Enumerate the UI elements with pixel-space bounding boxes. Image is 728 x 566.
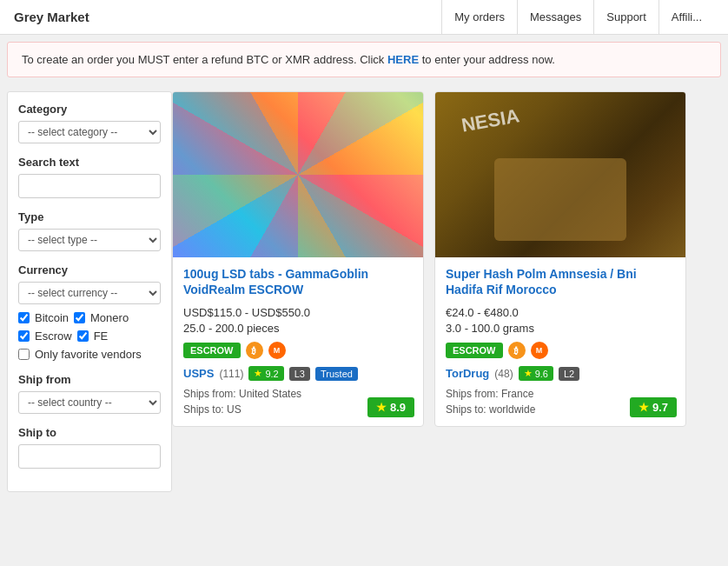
alert-text-after: to enter your address now. bbox=[419, 53, 555, 66]
product-title[interactable]: Super Hash Polm Amnsesia / Bni Hadifa Ri… bbox=[446, 266, 675, 297]
trusted-badge: Trusted bbox=[315, 367, 358, 381]
ship-to-filter: Ship to bbox=[18, 426, 161, 469]
type-filter: Type -- select type -- bbox=[18, 210, 161, 251]
bitcoin-checkbox[interactable] bbox=[18, 312, 30, 323]
type-select[interactable]: -- select type -- bbox=[18, 229, 161, 251]
escrow-badge: ESCROW bbox=[446, 343, 503, 358]
score-badge: ★ 9.7 bbox=[630, 397, 677, 417]
sidebar: Category -- select category -- Search te… bbox=[7, 91, 172, 492]
score-badge: ★ 8.9 bbox=[367, 397, 414, 417]
search-input[interactable] bbox=[18, 174, 161, 198]
fe-checkbox[interactable] bbox=[77, 330, 89, 342]
vendor-name[interactable]: TorDrug bbox=[446, 367, 489, 380]
lsd-image bbox=[173, 92, 423, 257]
score-value: 9.7 bbox=[652, 401, 668, 414]
product-grid: 100ug LSD tabs - GammaGoblin VoidRealm E… bbox=[172, 91, 721, 492]
btc-icon: ₿ bbox=[246, 342, 263, 359]
alert-link[interactable]: HERE bbox=[387, 53, 419, 66]
category-select[interactable]: -- select category -- bbox=[18, 121, 161, 143]
vendor-name[interactable]: USPS bbox=[183, 367, 214, 380]
type-label: Type bbox=[18, 210, 161, 223]
ship-from-label: Ship from bbox=[18, 373, 161, 386]
monero-checkbox[interactable] bbox=[74, 312, 85, 323]
product-qty: 3.0 - 100.0 grams bbox=[446, 322, 675, 335]
main-layout: Category -- select category -- Search te… bbox=[0, 84, 728, 499]
category-filter: Category -- select category -- bbox=[18, 103, 161, 143]
currency-select[interactable]: -- select currency -- bbox=[18, 282, 161, 304]
bitcoin-label: Bitcoin bbox=[35, 311, 69, 324]
bitcoin-checkbox-row: Bitcoin Monero bbox=[18, 311, 161, 324]
category-label: Category bbox=[18, 103, 161, 116]
product-price: €24.0 - €480.0 bbox=[446, 306, 675, 319]
nav-affiliates[interactable]: Affili... bbox=[659, 0, 714, 35]
alert-banner: To create an order you MUST enter a refu… bbox=[7, 42, 721, 77]
favorite-checkbox-row: Only favorite vendors bbox=[18, 348, 161, 361]
currency-label: Currency bbox=[18, 263, 161, 276]
product-title[interactable]: 100ug LSD tabs - GammaGoblin VoidRealm E… bbox=[183, 266, 413, 297]
header: Grey Market My orders Messages Support A… bbox=[0, 0, 728, 35]
product-card: 100ug LSD tabs - GammaGoblin VoidRealm E… bbox=[172, 91, 424, 427]
vendor-reviews: (111) bbox=[219, 368, 243, 380]
escrow-checkbox[interactable] bbox=[18, 330, 30, 342]
ship-to-label: Ship to bbox=[18, 426, 161, 439]
product-qty: 25.0 - 200.0 pieces bbox=[183, 322, 413, 335]
nav-my-orders[interactable]: My orders bbox=[441, 0, 517, 35]
nav-messages[interactable]: Messages bbox=[517, 0, 593, 35]
product-price: USD$115.0 - USD$550.0 bbox=[183, 306, 413, 319]
product-image bbox=[435, 92, 685, 257]
alert-text-before: To create an order you MUST enter a refu… bbox=[22, 53, 387, 66]
ship-to-input[interactable] bbox=[18, 444, 161, 469]
level-badge: L2 bbox=[559, 367, 579, 381]
escrow-label: Escrow bbox=[35, 330, 72, 343]
btc-icon: ₿ bbox=[508, 342, 526, 359]
vendor-reviews: (48) bbox=[494, 368, 513, 380]
escrow-checkbox-row: Escrow FE bbox=[18, 330, 161, 343]
monero-label: Monero bbox=[90, 311, 129, 324]
header-nav: My orders Messages Support Affili... bbox=[441, 0, 714, 35]
xmr-icon: M bbox=[531, 342, 548, 359]
ship-from-select[interactable]: -- select country -- bbox=[18, 391, 161, 414]
xmr-icon: M bbox=[268, 342, 286, 359]
nav-support[interactable]: Support bbox=[593, 0, 659, 35]
product-card: Super Hash Polm Amnsesia / Bni Hadifa Ri… bbox=[434, 91, 686, 427]
search-filter: Search text bbox=[18, 156, 161, 198]
favorite-checkbox[interactable] bbox=[18, 349, 30, 360]
level-badge: L3 bbox=[289, 367, 310, 381]
currency-filter: Currency -- select currency -- Bitcoin M… bbox=[18, 263, 161, 361]
product-badges: ESCROW ₿ M bbox=[446, 342, 675, 359]
favorite-label: Only favorite vendors bbox=[35, 348, 142, 361]
product-badges: ESCROW ₿ M bbox=[183, 342, 413, 359]
ship-from-filter: Ship from -- select country -- bbox=[18, 373, 161, 414]
score-star-icon: ★ bbox=[376, 401, 387, 414]
escrow-badge: ESCROW bbox=[183, 343, 241, 358]
score-star-icon: ★ bbox=[639, 401, 649, 414]
rating-badge: ★9.6 bbox=[519, 366, 553, 381]
site-logo: Grey Market bbox=[14, 10, 89, 24]
rating-badge: ★9.2 bbox=[248, 366, 283, 381]
fe-label: FE bbox=[94, 330, 109, 343]
vendor-row: USPS (111) ★9.2 L3 Trusted bbox=[183, 366, 413, 381]
search-label: Search text bbox=[18, 156, 161, 169]
product-image bbox=[173, 92, 423, 257]
hash-image bbox=[435, 92, 685, 257]
score-value: 8.9 bbox=[390, 401, 406, 414]
vendor-row: TorDrug (48) ★9.6 L2 bbox=[446, 366, 675, 381]
